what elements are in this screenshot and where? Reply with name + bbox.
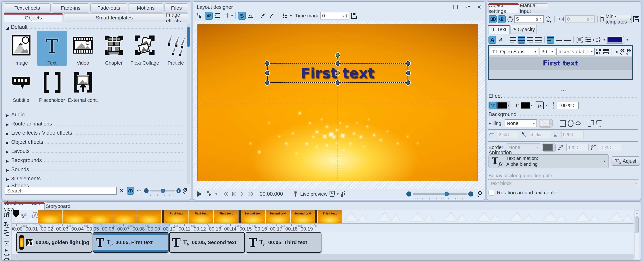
insert-variable-select[interactable]: Insert variable ▾	[556, 48, 595, 56]
pin-window-icon[interactable]: 📍︎	[464, 3, 471, 11]
section-audio[interactable]: ▶Audio	[6, 109, 184, 118]
track-item-1[interactable]: AB00:05, golden light.jpg	[16, 232, 92, 253]
resize-handle[interactable]	[406, 61, 410, 66]
film-frame[interactable]: First text	[189, 210, 213, 223]
rotation-handle[interactable]	[336, 53, 340, 58]
canvas-zoom-out-button[interactable]: −	[406, 191, 412, 196]
time-mark-spinner[interactable]: ▲▼	[345, 14, 348, 18]
text-fill-color-button[interactable]: T	[489, 102, 497, 109]
track-options-icon[interactable]	[3, 211, 10, 218]
fit-zoom-icon[interactable]	[477, 191, 483, 197]
time-mark-input[interactable]: 0 s ▲▼	[320, 12, 349, 20]
section-live-effects-video-effects[interactable]: ▶Live effects / Video effects	[6, 128, 184, 136]
section-backgrounds[interactable]: ▶Backgrounds	[6, 155, 184, 163]
timeline-ruler[interactable]: 00:0050000:0150000:0250000:0350000:04500…	[12, 224, 634, 232]
play-from-here-button[interactable]	[204, 190, 214, 198]
split-icon[interactable]	[32, 212, 38, 218]
slider-thumb[interactable]	[161, 189, 165, 193]
valign-bottom-button[interactable]	[564, 36, 571, 44]
select-tool-icon[interactable]	[196, 12, 204, 20]
outline-color-arrow[interactable]: ▾	[531, 103, 532, 107]
tab-fade-ins[interactable]: Fade-ins	[52, 4, 90, 13]
reset-zoom-icon[interactable]: ✕	[182, 188, 187, 194]
list-style-button[interactable]	[584, 36, 592, 44]
resize-handle[interactable]	[266, 71, 269, 75]
font-size-select[interactable]: 36 ▾	[540, 48, 555, 56]
line-spacing-button[interactable]: AA	[595, 36, 603, 44]
tile-image[interactable]: Image	[6, 31, 36, 66]
list-style-arrow[interactable]: ▾	[592, 38, 594, 42]
preview-eye-toggle[interactable]	[127, 187, 134, 195]
adjust-animation-button[interactable]: Tfx Adjust	[612, 156, 640, 166]
resize-handle[interactable]	[406, 80, 410, 85]
resize-handle[interactable]	[336, 80, 340, 85]
film-frame[interactable]	[87, 210, 112, 223]
step-back-icon[interactable]	[231, 191, 238, 197]
list-dropdown-arrow[interactable]: ▾	[290, 14, 292, 18]
skip-start-icon[interactable]	[223, 191, 230, 197]
tab-smart-templates[interactable]: Smart templates	[64, 13, 165, 22]
preview-screen-icon[interactable]	[329, 191, 336, 197]
section-layouts[interactable]: ▶Layouts	[6, 146, 184, 154]
collapse-all-icon[interactable]	[3, 230, 10, 236]
mini-templates-dropdown[interactable]: Mini-templates ▾	[600, 15, 632, 23]
shape-rect-icon[interactable]	[560, 120, 566, 127]
restore-window-icon[interactable]: ❐	[453, 4, 458, 10]
add-curve-point-icon[interactable]	[260, 12, 268, 20]
section-route-animations[interactable]: ▶Route animations	[6, 118, 184, 127]
track-item-4[interactable]: TTfx00:05, Third text	[246, 232, 321, 253]
expand-more-handle[interactable]: ...	[487, 86, 640, 92]
grid-snap-icon[interactable]	[222, 12, 230, 20]
tab-text-effects[interactable]: Text effects	[4, 4, 51, 13]
shape-circle-icon[interactable]	[576, 121, 580, 125]
tab-objects[interactable]: Objects	[4, 13, 63, 22]
shape-custom1-icon[interactable]	[588, 120, 594, 127]
default-section-header[interactable]: ◢ Default	[6, 24, 184, 30]
track-item-2[interactable]: TTfx00:05, First text	[93, 232, 168, 253]
tab-text[interactable]: T Text	[488, 25, 510, 34]
tile-subtitle[interactable]: Subtitle	[6, 68, 36, 103]
align-right-button[interactable]	[526, 36, 534, 44]
duration-input[interactable]: 5 s ▲▼	[514, 16, 544, 23]
timeline-scrollbar[interactable]: ▲	[634, 210, 639, 259]
zoom-out-tiles-button[interactable]: −	[144, 188, 148, 193]
rotation-checkbox[interactable]	[488, 190, 494, 195]
toolbar-more-arrow[interactable]: ▶	[6, 248, 8, 252]
tile-chapter[interactable]: Chapter	[99, 31, 129, 66]
outline-color-swatch[interactable]	[520, 102, 530, 109]
film-frame[interactable]: Second text	[290, 210, 315, 223]
enlarge-view-icon[interactable]	[3, 254, 10, 260]
move-handle[interactable]	[336, 71, 340, 75]
track-list-icon[interactable]	[214, 12, 222, 20]
tab-storyboard[interactable]: Storyboard	[46, 202, 70, 210]
font-color-arrow[interactable]: ▾	[625, 36, 630, 44]
left-panel-scrollbar[interactable]	[187, 23, 190, 184]
shrink-view-icon[interactable]	[3, 240, 10, 247]
resize-handle[interactable]	[266, 80, 269, 85]
favorites-star-button[interactable]: ☆	[136, 187, 142, 195]
layout-rows-icon[interactable]	[603, 48, 609, 55]
tab-opacity[interactable]: ↷ Opacity	[510, 25, 537, 34]
close-window-icon[interactable]: ✕	[477, 4, 482, 10]
resize-handle[interactable]	[406, 71, 410, 75]
section-object-effects[interactable]: ▶Object effects	[6, 137, 184, 145]
step-forward-icon[interactable]	[239, 191, 246, 197]
text-outline-button[interactable]: T	[513, 102, 520, 109]
visibility-toggle[interactable]	[498, 15, 506, 23]
tab-timeline-track-view[interactable]: Timeline - Track view	[4, 202, 44, 210]
bold-button[interactable]: A	[488, 36, 496, 44]
fill-color-swatch[interactable]	[497, 102, 507, 109]
fx-button[interactable]: fx	[536, 102, 544, 109]
film-frame[interactable]: Second text	[241, 210, 265, 223]
grid-dropdown-arrow[interactable]: ▾	[231, 14, 233, 18]
scrollbar-thumb[interactable]	[635, 216, 638, 233]
skip-end-icon[interactable]	[247, 191, 254, 197]
live-preview-label[interactable]: Live preview	[300, 191, 328, 197]
fit-selection-icon[interactable]	[247, 12, 254, 20]
film-frame[interactable]: First text	[164, 210, 188, 223]
filling-select[interactable]: None ▾	[505, 119, 537, 127]
curve-tool-icon[interactable]: S	[238, 12, 246, 20]
remove-curve-point-icon[interactable]	[268, 12, 276, 20]
tab-motions[interactable]: Motions	[128, 4, 164, 13]
object-list-icon[interactable]	[281, 12, 289, 20]
